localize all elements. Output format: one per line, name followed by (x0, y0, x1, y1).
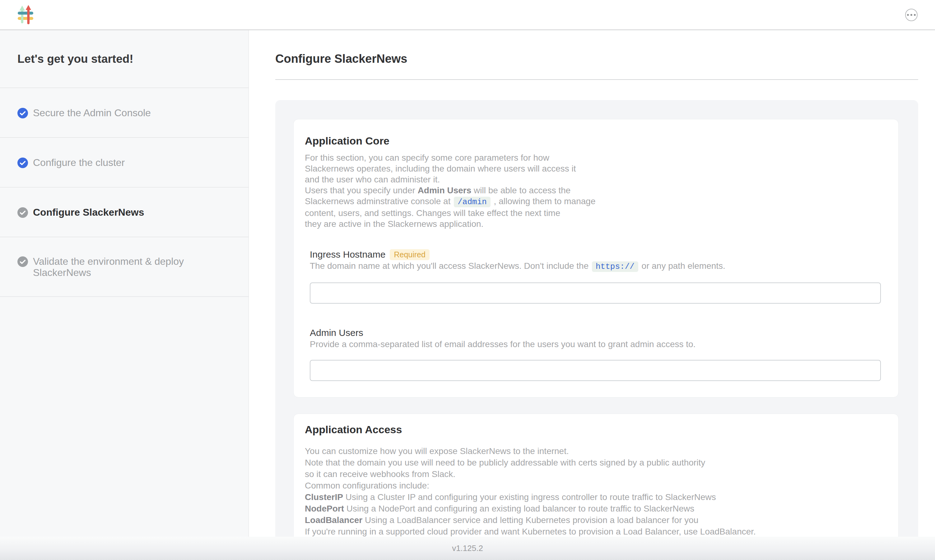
step-label: Configure the cluster (33, 157, 125, 168)
setup-steps-sidebar: Let's get you started! Secure the Admin … (0, 30, 249, 537)
onboarding-screen: Let's get you started! Secure the Admin … (0, 0, 935, 560)
check-circle-icon (17, 158, 28, 168)
field-label: Admin Users (310, 327, 363, 339)
title-divider (275, 79, 918, 80)
ingress-hostname-input[interactable] (310, 283, 881, 304)
card-title: Application Core (305, 134, 887, 147)
sidebar-step-validate-deploy[interactable]: Validate the environment & deploy Slacke… (0, 237, 248, 297)
top-bar (0, 0, 935, 30)
card-title: Application Access (305, 423, 887, 436)
admin-users-field-group: Admin Users Provide a comma-separated li… (310, 327, 881, 381)
config-panel: Application Core For this section, you c… (275, 100, 918, 537)
check-circle-icon (17, 207, 28, 218)
version-label: v1.125.2 (452, 543, 483, 553)
slackernews-logo-icon[interactable] (17, 5, 34, 25)
field-help: Provide a comma-separated list of email … (310, 339, 881, 349)
check-circle-icon (17, 108, 28, 118)
step-label: Secure the Admin Console (33, 107, 151, 118)
step-label: Configure SlackerNews (33, 207, 144, 218)
field-help: The domain name at which you'll access S… (310, 260, 881, 272)
ingress-hostname-field-group: Ingress Hostname Required The domain nam… (310, 249, 881, 304)
required-badge: Required (390, 249, 429, 260)
sidebar-heading: Let's get you started! (0, 30, 248, 88)
sidebar-step-configure-cluster[interactable]: Configure the cluster (0, 138, 248, 188)
overflow-menu-button[interactable] (905, 9, 918, 21)
page-title: Configure SlackerNews (275, 30, 918, 68)
config-main: Configure SlackerNews Application Core F… (249, 30, 935, 537)
application-access-card: Application Access You can customize how… (293, 414, 899, 537)
card-description: You can customize how you will expose Sl… (305, 445, 887, 537)
footer: v1.125.2 (0, 537, 935, 560)
check-circle-icon (17, 256, 28, 267)
step-label: Validate the environment & deploy Slacke… (33, 256, 207, 278)
ellipsis-icon (907, 14, 909, 16)
admin-users-input[interactable] (310, 360, 881, 381)
sidebar-step-configure-slackernews[interactable]: Configure SlackerNews (0, 188, 248, 237)
sidebar-step-secure-admin-console[interactable]: Secure the Admin Console (0, 88, 248, 138)
field-label: Ingress Hostname (310, 249, 386, 260)
application-core-card: Application Core For this section, you c… (293, 119, 899, 397)
card-description: For this section, you can specify some c… (305, 152, 887, 229)
